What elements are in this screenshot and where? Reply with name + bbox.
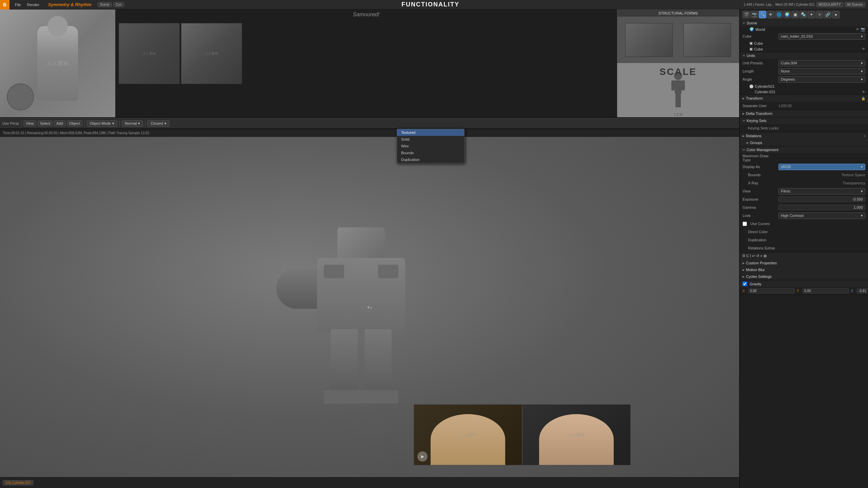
motion-paths-section: R C I ↩ ↺ × ⊠ ▶ Custom Properties ▶ Moti… (740, 252, 868, 280)
motion-paths-icons: R C I ↩ ↺ × ⊠ (743, 254, 767, 258)
material-icon[interactable]: ● (832, 11, 840, 18)
display-as-dropdown[interactable]: sRGB ▾ (778, 164, 865, 170)
scene-type[interactable]: Cyo (113, 2, 124, 7)
video-right[interactable]: 人人素材 (522, 404, 631, 465)
angle-value: Degrees (781, 77, 795, 81)
unit-presets-dropdown[interactable]: Cube.004 ▾ (778, 60, 865, 66)
render-icon[interactable]: 📷 (751, 11, 758, 18)
menu-render[interactable]: Render (24, 2, 42, 7)
units-header-label: Units (747, 54, 755, 58)
dropdown-bounds[interactable]: Bounds (397, 149, 464, 156)
video-left[interactable]: ▶ 人人素材 (414, 404, 522, 465)
person-face-left (431, 414, 505, 465)
relations-header[interactable]: ▶ Relations + (740, 133, 868, 139)
camera-dropdown[interactable]: cam_trailer_01.010 ▾ (778, 33, 865, 40)
dropdown-wire[interactable]: Wire (397, 143, 464, 149)
camera-value: cam_trailer_01.010 (781, 34, 813, 38)
bounds-label: Bounds (743, 173, 761, 177)
world-eye[interactable]: 👁 (856, 27, 859, 31)
world-item[interactable]: 🌍 World 👁 📷 (740, 26, 868, 32)
view-value: Filmic (781, 189, 791, 193)
xray-row: X-Ray Transparency (740, 179, 868, 187)
properties-icons: 🎬 📷 🔧 👁 🌐 🌍 ▣ 🔩 ✦ ⚛ 🔗 ● (740, 9, 868, 20)
cycles-header[interactable]: ▶ Cycles Settings (740, 273, 868, 280)
closest-dropdown[interactable]: Closest ▾ (147, 120, 170, 127)
angle-dropdown[interactable]: Degrees ▾ (778, 76, 865, 83)
world-camera: 📷 (861, 27, 865, 32)
select-btn[interactable]: Select (38, 120, 53, 126)
units-header[interactable]: ▼ Units (740, 52, 868, 59)
delta-header[interactable]: ▶ Delta Transform (740, 110, 868, 117)
scene-section-header[interactable]: ▼ Scene (740, 20, 868, 26)
struct-thumb-2 (684, 23, 731, 57)
display-as-label: Display As (743, 165, 776, 169)
normal-dropdown[interactable]: Normal ▾ (122, 120, 143, 127)
units-arrow: ▼ (743, 54, 745, 57)
use-curves-checkbox[interactable] (743, 222, 747, 226)
object-mode-dropdown[interactable]: Object Mode ▾ (87, 120, 117, 127)
object-props-icon[interactable]: ▣ (791, 11, 799, 18)
gravity-x-input[interactable] (748, 288, 795, 293)
gravity-y-field: Y (797, 288, 849, 293)
view-btn[interactable]: View (23, 120, 36, 126)
cylinder-item-2[interactable]: Cylinder.021 👁 (740, 89, 868, 95)
exposure-input[interactable]: -0.500 (778, 197, 865, 202)
cyl2-eye[interactable]: 👁 (862, 90, 865, 94)
cylinder-item-1[interactable]: ⬤ Cylinder021 (740, 83, 868, 89)
gravity-z-input[interactable] (857, 288, 868, 293)
object-btn[interactable]: Object (67, 120, 82, 126)
direct-color-row: Direct Color (740, 228, 868, 236)
cube-item-2[interactable]: ▣ Cube 👁 (740, 46, 868, 52)
physics-icon[interactable]: ⚛ (816, 11, 823, 18)
menu-file[interactable]: File (12, 2, 24, 7)
cube-item-1[interactable]: ▣ Cube (740, 40, 868, 46)
transform-header[interactable]: ▶ Transform 🔒 (740, 95, 868, 102)
gravity-y-label: Y (797, 289, 802, 293)
color-mgmt-header[interactable]: ▼ Color Management (740, 146, 868, 153)
gamma-input[interactable]: 1.000 (778, 205, 865, 210)
sep1 (21, 120, 21, 127)
max-draw-label: Maximum Draw Type (743, 154, 776, 162)
dropdown-duplication[interactable]: Duplication (397, 156, 464, 163)
scene-props-icon[interactable]: 🌐 (775, 11, 783, 18)
modifier-icon[interactable]: 🔩 (800, 11, 807, 18)
groups-header[interactable]: ▶ Groups (740, 139, 868, 146)
cube1-label: Cube (754, 41, 763, 45)
dropdown-solid[interactable]: Solid (397, 136, 464, 143)
gravity-y-input[interactable] (803, 288, 849, 293)
gravity-z-field: Z (851, 288, 868, 293)
display-dropdown-overlay[interactable]: Textured Solid Wire Bounds Duplication (397, 129, 465, 163)
output-icon[interactable]: 🔧 (759, 11, 766, 18)
play-button-left[interactable]: ▶ (417, 451, 428, 462)
viewport-3d[interactable]: 人人素材 + ▶ (0, 137, 739, 477)
view-layer-icon[interactable]: 👁 (767, 11, 774, 18)
keying-label: Keying Sets (747, 119, 767, 123)
length-dropdown[interactable]: None ▾ (778, 68, 865, 75)
view-dropdown[interactable]: Filmic ▾ (778, 188, 865, 195)
watermark-t2: 人人素材 (205, 51, 218, 56)
custom-props-header[interactable]: ▶ Custom Properties (740, 260, 868, 266)
all-scenes[interactable]: All Scenes (845, 2, 865, 7)
world-icon[interactable]: 🌍 (783, 11, 791, 18)
top-toolbar: User Persp View Select Add Object Object… (0, 118, 739, 129)
look-dropdown[interactable]: High Contrast ▾ (778, 212, 865, 219)
use-curves-row: Use Curves (740, 220, 868, 228)
constraints-icon[interactable]: 🔗 (824, 11, 831, 18)
transform-section: ▶ Transform 🔒 Separate User 1,000.00 (740, 95, 868, 110)
dropdown-textured[interactable]: Textured (397, 129, 464, 136)
gravity-checkbox[interactable] (743, 282, 747, 286)
add-btn[interactable]: Add (54, 120, 65, 126)
ref-left-panel: 人人素材 (0, 9, 115, 117)
keying-header[interactable]: ▼ Keying Sets (740, 117, 868, 124)
particles-icon[interactable]: ✦ (808, 11, 815, 18)
ref-middle: Samoured! 人人素材 人人素材 (115, 9, 617, 117)
scene-label[interactable]: Scene (98, 2, 112, 7)
cyl1-label: Cylinder021 (755, 84, 775, 88)
scene-icon[interactable]: 🎬 (743, 11, 750, 18)
transform-value: 1,000.00 (778, 104, 792, 108)
motion-blur-header[interactable]: ▶ Motion Blur (740, 266, 868, 273)
ref-thumbs: 人人素材 人人素材 (115, 20, 617, 117)
relations-add[interactable]: + (863, 134, 865, 138)
gravity-header[interactable]: Gravity (740, 280, 868, 287)
cube2-eye[interactable]: 👁 (862, 47, 865, 51)
